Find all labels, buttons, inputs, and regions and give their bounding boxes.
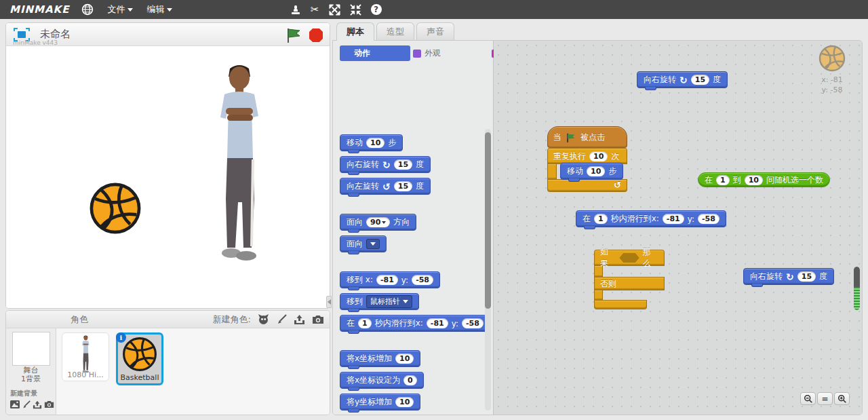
- if-block-spine1[interactable]: [594, 266, 603, 277]
- camera-icon[interactable]: [44, 400, 54, 409]
- repeat-count-input[interactable]: 10: [589, 151, 608, 161]
- block-turn-right-script-right[interactable]: 向右旋转↻15度: [743, 268, 834, 285]
- help-icon[interactable]: ?: [371, 4, 382, 15]
- collapse-panel-handle[interactable]: [326, 296, 332, 308]
- number-input[interactable]: 15: [394, 181, 412, 191]
- block-label: 移到: [347, 296, 363, 307]
- number-input[interactable]: 10: [366, 138, 384, 148]
- number-input[interactable]: 15: [691, 75, 709, 85]
- number-input[interactable]: 15: [394, 159, 412, 170]
- script-scrollbar[interactable]: [854, 267, 860, 310]
- upload-icon[interactable]: [33, 400, 42, 409]
- block-turn-right[interactable]: 向右旋转↻15度: [340, 156, 431, 173]
- sprite-basketball-on-stage[interactable]: [89, 182, 142, 235]
- backdrop-library-icon[interactable]: [10, 400, 20, 409]
- tab-sounds[interactable]: 声音: [416, 22, 454, 41]
- sprite-panel: 角色 新建角色: 舞台 1背景 新建背景: [5, 310, 330, 415]
- boolean-slot[interactable]: [619, 253, 639, 263]
- sprite-card-boy[interactable]: 1080 Hi...: [62, 332, 109, 381]
- edit-menu[interactable]: 编辑: [146, 3, 172, 16]
- block-set-x-to[interactable]: 将x坐标设定为0: [340, 372, 424, 389]
- number-input[interactable]: 10: [395, 354, 414, 364]
- block-point-towards[interactable]: 面向: [340, 235, 387, 252]
- block-glide-to-xy[interactable]: 在1秒内滑行到x:-81y:-58: [340, 315, 490, 332]
- block-label: 度: [416, 180, 424, 192]
- green-flag-button[interactable]: [285, 26, 302, 44]
- stop-button[interactable]: [308, 27, 324, 43]
- zoom-in-button[interactable]: [834, 392, 850, 405]
- dropdown[interactable]: 鼠标指针: [366, 295, 412, 308]
- number-input[interactable]: -58: [698, 214, 719, 224]
- repeat-block-spine[interactable]: [547, 164, 557, 179]
- category-looks[interactable]: 外观: [410, 45, 489, 61]
- number-input[interactable]: -81: [427, 318, 448, 328]
- number-input[interactable]: -58: [462, 318, 484, 328]
- block-go-to-mouse[interactable]: 移到鼠标指针: [340, 293, 419, 310]
- palette-scrollbar[interactable]: [485, 129, 491, 411]
- stage-canvas[interactable]: [6, 46, 330, 308]
- dropdown[interactable]: [366, 239, 380, 249]
- block-change-y-by[interactable]: 将y坐标增加10: [340, 394, 420, 411]
- number-input[interactable]: -81: [376, 275, 398, 285]
- number-input[interactable]: 15: [797, 271, 816, 282]
- grow-icon[interactable]: [329, 4, 340, 16]
- file-menu[interactable]: 文件: [107, 3, 133, 16]
- number-dropdown-input[interactable]: 90: [366, 217, 390, 227]
- repeat-block-bottom[interactable]: ↺: [547, 179, 627, 192]
- number-input[interactable]: 0: [403, 375, 417, 385]
- number-input[interactable]: 1: [594, 214, 608, 224]
- if-block-bottom[interactable]: [594, 300, 647, 309]
- block-label: 度: [416, 159, 424, 170]
- block-label: 将x坐标增加: [347, 353, 392, 364]
- sprite-card-basketball[interactable]: i Basketball: [116, 332, 163, 385]
- category-motion[interactable]: 动作: [340, 45, 410, 61]
- number-input[interactable]: 1: [716, 175, 730, 185]
- repeat-block-top[interactable]: 重复执行 10 次: [547, 148, 627, 164]
- tab-costumes[interactable]: 造型: [376, 22, 414, 41]
- green-flag-icon: [565, 132, 577, 143]
- camera-icon[interactable]: [312, 315, 324, 324]
- block-change-x-by[interactable]: 将x坐标增加10: [340, 350, 420, 367]
- block-move-steps[interactable]: 移动10步: [340, 134, 403, 151]
- block-label: 被点击: [580, 132, 605, 143]
- tab-label: 声音: [427, 26, 444, 38]
- when-green-flag-clicked-block[interactable]: 当 被点击: [547, 126, 627, 148]
- scissors-icon[interactable]: ✂: [311, 3, 319, 16]
- sprite-library-icon[interactable]: [258, 313, 269, 325]
- block-pick-random[interactable]: 在1到10间随机选一个数: [698, 172, 830, 187]
- paint-brush-icon[interactable]: [276, 314, 287, 325]
- number-input[interactable]: -58: [412, 275, 433, 285]
- paint-brush-icon[interactable]: [22, 400, 31, 409]
- block-label: 当: [553, 132, 561, 143]
- sprite-boy-on-stage[interactable]: [204, 63, 272, 263]
- number-input[interactable]: 10: [587, 166, 605, 176]
- number-input[interactable]: 10: [395, 397, 414, 407]
- stage-thumbnail[interactable]: [12, 332, 50, 366]
- zoom-reset-button[interactable]: =: [817, 392, 833, 405]
- script-canvas[interactable]: 当 被点击 重复执行 10 次 ↺ 如果 那么 否则: [494, 41, 862, 415]
- number-input[interactable]: -81: [663, 214, 684, 224]
- block-turn-right-script-top[interactable]: 向右旋转↻15度: [637, 71, 728, 88]
- block-turn-left[interactable]: 向左旋转↺15度: [340, 178, 431, 195]
- globe-icon[interactable]: [81, 3, 94, 16]
- upload-icon[interactable]: [294, 314, 305, 325]
- sprite-info-icon[interactable]: i: [116, 332, 126, 343]
- if-block-spine2[interactable]: [594, 290, 603, 300]
- block-label: 重复执行: [553, 151, 586, 162]
- number-input[interactable]: 10: [745, 175, 763, 185]
- block-glide-to-xy-script[interactable]: 在1秒内滑行到x:-81y:-58: [576, 210, 726, 227]
- tab-scripts[interactable]: 脚本: [336, 22, 374, 41]
- block-label: 向左旋转: [347, 180, 379, 192]
- shrink-icon[interactable]: [350, 4, 361, 16]
- number-input[interactable]: 1: [358, 318, 372, 328]
- else-block-bar[interactable]: 否则: [594, 277, 665, 290]
- block-go-to-xy[interactable]: 移到 x:-81y:-58: [340, 271, 440, 288]
- stamp-icon[interactable]: [290, 4, 301, 15]
- block-point-in-direction[interactable]: 面向90方向: [340, 214, 416, 231]
- if-block-top[interactable]: 如果 那么: [594, 250, 665, 266]
- palette-scrollbar-thumb[interactable]: [485, 132, 491, 309]
- block-move-steps-nested[interactable]: 移动10步: [560, 163, 623, 180]
- block-label: 将y坐标增加: [347, 396, 392, 408]
- sprite-panel-header: 角色 新建角色:: [6, 311, 330, 328]
- zoom-out-button[interactable]: [800, 392, 816, 405]
